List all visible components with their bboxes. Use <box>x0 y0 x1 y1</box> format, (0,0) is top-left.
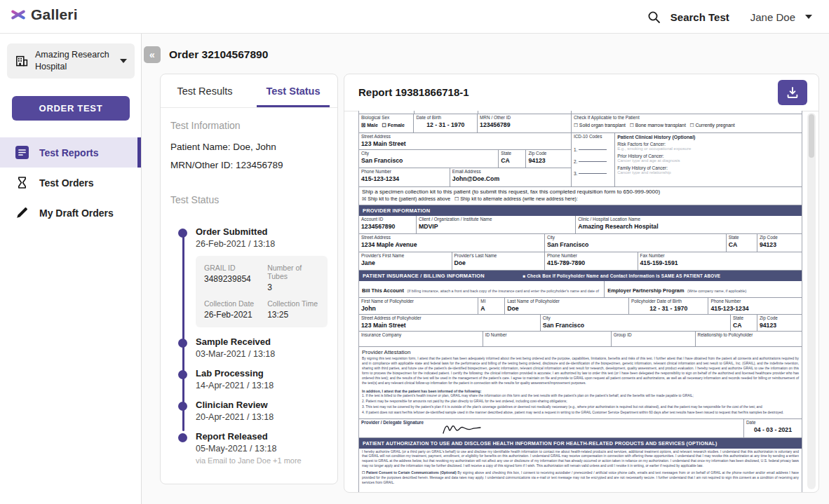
field-check-applicable: Check If Applicable to the Patient ☐ Sol… <box>572 114 802 133</box>
download-report-button[interactable] <box>778 80 807 105</box>
field-policyholder-dob: Policyholder Date of Birth 12 - 31 - 197… <box>629 298 709 314</box>
field-label: ICD-10 Codes <box>574 134 612 140</box>
field-label: Relationship to Policyholder <box>698 332 800 339</box>
attestation-informed-list: In addition, I attest that the patient h… <box>359 388 802 419</box>
field-label: Last Name of Policyholder <box>507 299 626 305</box>
sidebar-item-label: My Draft Orders <box>39 207 114 219</box>
field-provider-state: State CA <box>727 234 757 252</box>
field-label: City <box>361 151 496 157</box>
milestone-datetime: 05-May-2021 / 13:18 <box>196 444 328 454</box>
history-label: Prior History of Cancer: <box>617 154 800 158</box>
organization-selector[interactable]: Amazing Research Hospital <box>7 43 135 79</box>
field-provider-street: Street Address 1234 Maple Avenue <box>359 234 545 252</box>
timeline-dot <box>178 370 187 379</box>
history-label: Family History of Cancer: <box>617 165 800 170</box>
timeline-item: Lab Processing 14-Apr-2021 / 13:18 <box>170 368 328 390</box>
field-policyholder-last-name: Last Name of Policyholder Doe <box>505 298 629 314</box>
field-value: 12 - 31 - 1970 <box>631 305 706 313</box>
order-test-button[interactable]: ORDER TEST <box>12 96 130 121</box>
attestation-body: By signing this test requisition form, I… <box>362 357 799 386</box>
milestone-datetime: 20-Apr-2021 / 13:18 <box>196 412 328 422</box>
field-label: Phone Number <box>361 169 447 175</box>
field-provider-last-name: Provider's Last Name Doe <box>452 252 546 270</box>
field-label: State <box>501 151 523 157</box>
brand-logo: Galleri <box>10 6 78 23</box>
field-mrn: MRN / Other ID 123456789 <box>478 114 571 132</box>
timeline-item: Sample Received 03-Mar-2021 / 13:18 <box>170 336 328 359</box>
field-policyholder-first-name: First Name of Policyholder John <box>359 298 478 314</box>
field-policyholder-state: State CA <box>731 315 757 331</box>
icd-line-number: 1. <box>574 147 577 152</box>
field-value: ☒ Male ☐ Female <box>361 123 411 129</box>
field-label: Account ID <box>361 217 414 223</box>
timeline-dot <box>178 402 187 411</box>
user-menu[interactable]: Jane Doe <box>750 11 812 23</box>
field-label: First Name of Policyholder <box>361 299 476 305</box>
document-scrollbar[interactable] <box>807 113 816 489</box>
field-email: Email Address John@Doe.Com <box>450 168 571 186</box>
insurance-section-header: PATIENT INSURANCE / BILLING INFORMATION … <box>359 271 802 281</box>
field-value: 94123 <box>760 241 800 249</box>
test-orders-icon <box>15 176 29 189</box>
field-policyholder-phone: Phone Number 415-123-1234 <box>708 298 802 314</box>
tab-test-results[interactable]: Test Results <box>161 74 249 107</box>
field-label: State <box>729 235 755 241</box>
timeline-item: Report Released 05-May-2021 / 13:18 via … <box>170 431 328 465</box>
field-value <box>614 339 693 345</box>
search-label: Search Test <box>670 11 729 23</box>
milestone-title: Lab Processing <box>196 368 328 379</box>
field-relationship: Relationship to Policyholder <box>696 332 802 346</box>
field-label: Zip Code <box>760 235 800 241</box>
sidebar-item-my-draft-orders[interactable]: My Draft Orders <box>0 198 141 228</box>
field-provider-city: City San Francisco <box>545 234 727 252</box>
field-value: 12 - 31 - 1970 <box>416 121 475 129</box>
field-label: Provider's Last Name <box>454 253 543 259</box>
sidebar-nav: Test Reports Test Orders My Draft Orders <box>0 137 141 228</box>
field-value: 123456789 <box>480 121 569 129</box>
field-policyholder-city: City San Francisco <box>541 315 731 331</box>
field-label: Check If Applicable to the Patient <box>574 115 800 121</box>
field-value: 123 Main Street <box>361 140 569 148</box>
sidebar-item-test-orders[interactable]: Test Orders <box>0 168 141 198</box>
field-value: John <box>361 305 476 313</box>
field-label: Date of Birth <box>416 115 475 121</box>
field-label: Street Address <box>361 134 569 140</box>
tab-test-status[interactable]: Test Status <box>249 74 337 107</box>
search-test[interactable]: Search Test <box>647 11 729 24</box>
checkbox-options: ☐ Solid organ transplant ☐ Bone marrow t… <box>574 123 800 128</box>
order-details-card: GRAIL ID 3489239854 Number of Tubes 3 Co… <box>196 256 328 327</box>
field-value: 1234567890 <box>361 223 414 231</box>
field-label: ID Number <box>485 332 609 339</box>
field-value: Doe <box>507 305 626 313</box>
field-state: State CA <box>499 150 526 168</box>
informed-item: 4. If patient does not want her/his left… <box>362 411 799 416</box>
field-value: San Francisco <box>361 157 496 165</box>
field-insurance-company: Insurance Company <box>359 332 483 346</box>
patient-mrn: MRN/Other ID: 123456789 <box>170 160 328 170</box>
consent-paragraph: ☐ Patient Consent to Certain Communicati… <box>362 471 799 486</box>
history-hint: Cancer type and relationship <box>617 170 800 176</box>
attestation-title: Provider Attestation <box>362 349 799 355</box>
authorization-section: I hereby authorize GRAIL (or a third par… <box>359 449 802 488</box>
field-value: Doe <box>454 259 543 267</box>
field-provider-first-name: Provider's First Name Jane <box>359 252 452 270</box>
chevron-down-icon <box>805 15 812 19</box>
download-icon <box>786 86 800 100</box>
field-value: 415-159-1591 <box>640 259 800 267</box>
field-value <box>485 339 609 345</box>
tab-bar: Test Results Test Status <box>161 74 337 108</box>
field-value: 1234 Maple Avenue <box>361 241 542 249</box>
sidebar-item-test-reports[interactable]: Test Reports <box>0 137 141 168</box>
field-provider-zip: Zip Code 94123 <box>757 234 802 252</box>
field-label: Email Address <box>452 169 569 175</box>
field-value <box>361 339 480 345</box>
document-scrollbar-thumb[interactable] <box>809 114 814 158</box>
test-information-heading: Test Information <box>170 120 328 131</box>
field-label: Provider's First Name <box>361 253 450 259</box>
field-label: MRN / Other ID <box>480 115 569 121</box>
field-value: 415-123-1234 <box>361 175 447 183</box>
blank-line <box>579 161 607 162</box>
informed-lead: In addition, I attest that the patient h… <box>362 389 799 393</box>
field-label: MI <box>480 299 502 305</box>
collapse-panel-button[interactable]: « <box>144 46 161 63</box>
